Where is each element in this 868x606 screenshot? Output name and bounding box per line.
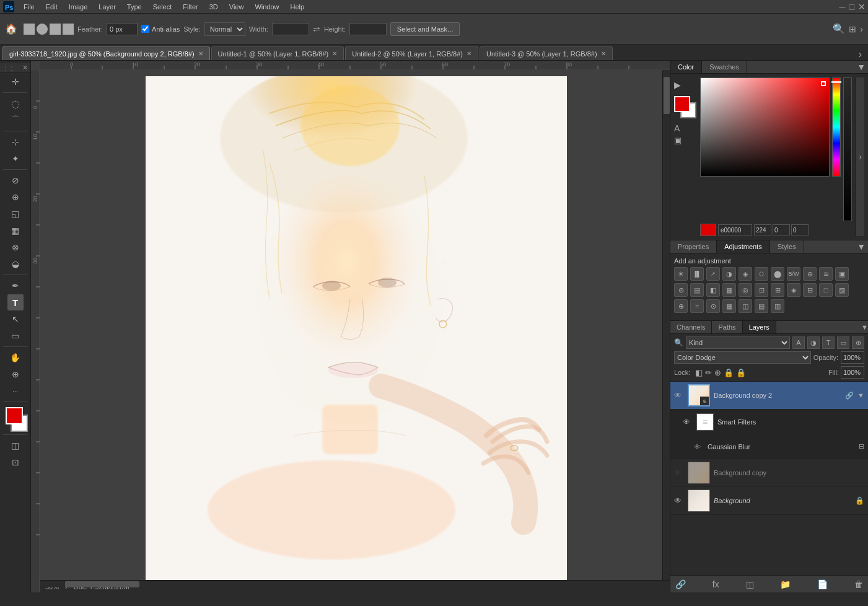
curves-adj[interactable]: ↗ [706,267,720,281]
tab-swatches[interactable]: Swatches [702,61,747,73]
search-icon[interactable]: 🔍 [833,23,845,35]
layer-styles-btn[interactable]: fx [712,579,719,589]
colorlookup-adj[interactable]: ▣ [835,267,849,281]
size-swap-icon[interactable]: ⇌ [313,24,320,34]
vertical-scrollbar[interactable] [662,70,670,580]
bw-adj[interactable]: B/W [787,267,800,281]
menu-file[interactable]: File [19,2,40,12]
opacity-slider[interactable] [843,77,852,221]
circle-shape-btn[interactable] [37,24,48,35]
adj-19[interactable]: ▥ [771,299,784,313]
filter-smart-btn[interactable]: ⊕ [852,336,864,349]
new-group-btn[interactable]: 📁 [780,579,791,589]
layer-smart-filters[interactable]: 👁 ≡ Smart Filters [670,410,868,434]
blend-mode-select[interactable]: Color Dodge [674,351,811,364]
rect-shape-btn[interactable] [24,24,35,35]
move-tool[interactable]: ✛ [7,74,24,90]
tab-channels[interactable]: Channels [670,321,712,333]
link-layers-btn[interactable]: 🔗 [675,579,686,589]
hsl-adj[interactable]: ⬡ [755,267,768,281]
tab-layers[interactable]: Layers [743,321,776,333]
filter-type-btn[interactable]: A [792,336,805,349]
layer-link-icon[interactable]: 🔗 [845,392,854,400]
polygonal-lasso-tool[interactable]: ⌒ [7,112,24,128]
clone-tool[interactable]: ⊕ [7,189,24,205]
adj-8[interactable]: ⊞ [771,283,784,297]
tab-untitled2[interactable]: Untitled-2 @ 50% (Layer 1, RGB/8#) ✕ [345,46,478,60]
tab-properties[interactable]: Properties [670,240,717,253]
lock-artboard-icon[interactable]: ⊕ [714,368,721,377]
layer-bg-copy[interactable]: 👁 Background copy [670,459,868,487]
tab-untitled1[interactable]: Untitled-1 @ 50% (Layer 1, RGB/8#) ✕ [211,46,344,60]
tools-panel-handle[interactable]: ⋮⋮ ✕ [0,63,30,73]
adj-13[interactable]: ⊕ [674,299,688,313]
screen-mode-tool[interactable]: ⊡ [7,454,24,470]
adj-18[interactable]: ▤ [755,299,768,313]
layer-filter-select[interactable]: Kind [686,336,790,349]
color-gradient-picker[interactable] [700,77,830,177]
tab-paths[interactable]: Paths [712,321,742,333]
menu-filter[interactable]: Filter [178,2,203,12]
shape3-btn[interactable] [50,24,61,35]
horizontal-scrollbar[interactable] [40,580,662,587]
channelmix-adj[interactable]: ≋ [819,267,833,281]
mask-mode-tool[interactable]: ◫ [7,437,24,454]
blur-tool[interactable]: ⊗ [7,239,24,255]
layer-visibility-bg[interactable]: 👁 [674,496,684,505]
adj-12[interactable]: ▧ [835,283,849,297]
pen-tool[interactable]: ✒ [7,278,24,294]
hand-tool[interactable]: ✋ [7,349,24,366]
color-panel-expand[interactable]: › [856,77,864,236]
home-button[interactable]: 🏠 [5,23,17,35]
healing-tool[interactable]: ✦ [7,151,24,167]
more-tools[interactable]: ··· [7,383,24,399]
lock-paint-icon[interactable]: ✏ [705,368,712,377]
fg-color-swatch[interactable] [674,96,690,112]
filter-icon[interactable]: 🔍 [674,338,683,347]
shape4-btn[interactable] [63,24,74,35]
shape-tool[interactable]: ▭ [7,328,24,344]
r-input[interactable] [754,224,771,235]
width-input[interactable] [272,23,309,35]
canvas-image[interactable] [146,76,567,580]
delete-layer-btn[interactable]: 🗑 [854,579,863,589]
adj-15[interactable]: ⊙ [706,299,720,313]
layer-bg-copy-2[interactable]: 👁 ⊕ Background copy 2 🔗 ▼ [670,382,868,410]
tab-untitled3[interactable]: Untitled-3 @ 50% (Layer 1, RGB/8#) ✕ [480,46,613,60]
lock-transparent-icon[interactable]: ◧ [695,368,703,377]
add-mask-btn[interactable]: ◫ [746,579,754,589]
v-scroll-thumb[interactable] [664,77,670,114]
antialias-checkbox[interactable] [141,25,149,33]
type-tool[interactable]: T [7,294,24,310]
colorbalance-adj[interactable]: ⬤ [771,267,784,281]
tools-panel-close[interactable]: ✕ [22,64,28,72]
new-layer-btn[interactable]: 📄 [817,579,828,589]
text-icon[interactable]: A [674,123,696,133]
eraser-tool[interactable]: ◱ [7,206,24,222]
adj-10[interactable]: ⊟ [803,283,817,297]
menu-window[interactable]: Window [250,2,284,12]
adj-14[interactable]: ≈ [690,299,704,313]
select-mask-button[interactable]: Select and Mask... [390,22,460,36]
invert-adj[interactable]: ⊘ [674,283,688,297]
filter-shape-btn[interactable]: ▭ [837,336,849,349]
tab-close-2[interactable]: ✕ [332,50,337,57]
layer-gaussian-blur[interactable]: 👁 Gaussian Blur ⊟ [670,434,868,459]
tab-close-4[interactable]: ✕ [601,50,606,57]
threshold-adj[interactable]: ◧ [706,283,720,297]
menu-edit[interactable]: Edit [41,2,63,12]
gradient-map-adj[interactable]: ▦ [722,283,736,297]
gaussian-blur-settings[interactable]: ⊟ [859,442,864,450]
height-input[interactable] [349,23,387,35]
menu-help[interactable]: Help [286,2,310,12]
color-panel-menu[interactable]: ▼ [857,62,866,72]
tab-styles[interactable]: Styles [770,240,804,253]
color-preview-box[interactable] [700,224,716,236]
dodge-tool[interactable]: ◒ [7,256,24,272]
canvas-background[interactable] [40,70,670,580]
style-select[interactable]: Normal [204,22,245,36]
hue-slider[interactable] [832,77,841,177]
adj-11[interactable]: □ [819,283,833,297]
b-input[interactable] [791,224,809,235]
tab-panel-toggle[interactable]: › [855,49,866,60]
